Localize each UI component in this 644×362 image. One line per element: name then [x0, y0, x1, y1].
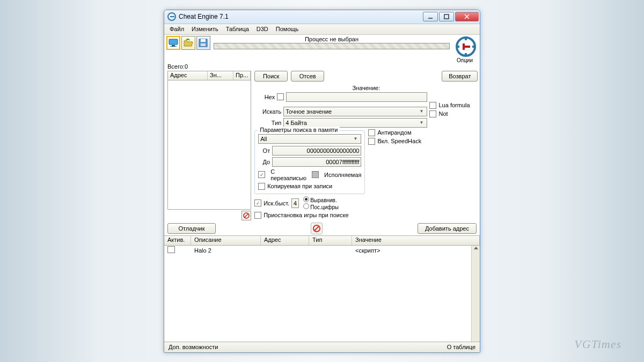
svg-rect-15	[456, 46, 459, 48]
col-addr[interactable]: Адрес	[261, 236, 309, 245]
statusbar: Доп. возможности О таблице	[164, 342, 480, 352]
svg-rect-1	[170, 16, 174, 17]
svg-rect-10	[201, 39, 206, 42]
process-label: Процесс не выбран	[305, 36, 358, 42]
results-panel: Адрес Зн... Пр...	[167, 71, 251, 220]
no-entry-icon	[312, 224, 321, 233]
close-button[interactable]	[455, 12, 479, 21]
row-description[interactable]: Halo 2	[191, 247, 261, 254]
executable-checkbox[interactable]	[312, 171, 319, 178]
chevron-down-icon: ▼	[418, 109, 425, 114]
results-header: Адрес Зн... Пр...	[167, 71, 251, 80]
fast-scan-checkbox[interactable]	[254, 200, 261, 206]
watermark: VGTimes	[574, 337, 621, 351]
pause-game-checkbox[interactable]	[254, 212, 261, 219]
toolbar: Процесс не выбран Опции	[164, 35, 480, 63]
col-previous[interactable]: Пр...	[233, 71, 251, 80]
antirandom-checkbox[interactable]	[368, 129, 375, 136]
hex-checkbox[interactable]	[277, 93, 284, 100]
results-list[interactable]	[167, 80, 251, 210]
col-value[interactable]: Значение	[352, 236, 480, 245]
col-description[interactable]: Описание	[191, 236, 261, 245]
open-process-button[interactable]	[166, 36, 180, 50]
svg-rect-6	[169, 39, 178, 45]
col-type[interactable]: Тип	[309, 236, 352, 245]
fast-scan-value-input[interactable]: 4	[291, 198, 299, 208]
svg-rect-16	[472, 46, 475, 48]
first-scan-button[interactable]: Поиск	[254, 71, 288, 82]
menu-table[interactable]: Таблица	[223, 25, 252, 33]
found-count: Всего:0	[164, 63, 480, 70]
progress-bar	[214, 43, 450, 49]
cheat-table: Актив. Описание Адрес Тип Значение Halo …	[164, 235, 480, 342]
menu-d3d[interactable]: D3D	[253, 25, 272, 33]
lua-formula-checkbox[interactable]	[429, 102, 436, 109]
col-value[interactable]: Зн...	[208, 71, 233, 80]
cheat-table-body[interactable]: Halo 2 <скрипт>	[164, 246, 480, 342]
svg-rect-18	[463, 43, 465, 50]
col-address[interactable]: Адрес	[168, 71, 208, 80]
svg-line-20	[244, 213, 248, 218]
range-from-input[interactable]: 0000000000000000	[272, 146, 361, 156]
status-left[interactable]: Доп. возможности	[169, 344, 218, 350]
slash-circle-icon	[243, 212, 250, 219]
side-options: Антирандом Вкл. SpeedHack	[368, 129, 427, 194]
scan-type-select[interactable]: Точное значение▼	[283, 107, 427, 116]
options-link[interactable]: Опции	[457, 57, 473, 63]
scrollbar-vertical[interactable]	[471, 246, 480, 342]
table-row[interactable]: Halo 2 <скрипт>	[164, 246, 480, 255]
open-file-button[interactable]	[181, 36, 195, 50]
col-active[interactable]: Актив.	[164, 236, 191, 245]
last-digits-radio[interactable]	[303, 203, 309, 209]
speedhack-checkbox[interactable]	[368, 138, 375, 145]
svg-rect-8	[170, 46, 177, 47]
hex-label: Hex	[254, 94, 275, 100]
progress-area: Процесс не выбран	[214, 36, 450, 49]
toolbar-buttons	[166, 36, 210, 50]
menu-help[interactable]: Помощь	[273, 25, 302, 33]
floppy-icon	[199, 39, 208, 47]
svg-rect-3	[444, 14, 449, 19]
svg-rect-13	[465, 37, 467, 40]
svg-line-22	[314, 226, 319, 231]
add-address-button[interactable]: Добавить адрес	[418, 223, 477, 234]
menu-file[interactable]: Файл	[166, 25, 187, 33]
range-to-input[interactable]: 00007fffffffffff	[272, 157, 361, 167]
undo-scan-button[interactable]: Возврат	[442, 71, 478, 82]
memory-view-button[interactable]: Отладчик	[167, 223, 216, 234]
status-right[interactable]: О таблице	[447, 344, 475, 350]
memory-options-group: Параметры поиска в памяти All▼ От 000000…	[254, 130, 365, 194]
minimize-button[interactable]	[423, 12, 438, 21]
writable-checkbox[interactable]	[258, 171, 265, 178]
svg-rect-11	[201, 43, 206, 46]
copy-on-write-checkbox[interactable]	[258, 183, 265, 190]
action-row: Отладчик Добавить адрес	[164, 221, 480, 235]
alignment-radio[interactable]	[303, 196, 309, 202]
scan-type-label: Искать	[254, 108, 281, 115]
clear-cheats-button[interactable]	[311, 223, 323, 234]
memory-region-select[interactable]: All▼	[258, 134, 361, 144]
svg-rect-7	[172, 45, 175, 46]
row-value[interactable]: <скрипт>	[352, 247, 480, 254]
row-active-checkbox[interactable]	[167, 246, 175, 253]
next-scan-button[interactable]: Отсев	[291, 71, 324, 82]
window-buttons	[423, 12, 479, 21]
cheat-table-header: Актив. Описание Адрес Тип Значение	[164, 236, 480, 246]
not-checkbox[interactable]	[429, 110, 436, 117]
window-title: Cheat Engine 7.1	[179, 13, 423, 20]
menu-edit[interactable]: Изменить	[188, 25, 222, 33]
scroll-up-icon	[474, 247, 478, 249]
scan-panel: Поиск Отсев Возврат Значение: Hex Искать	[254, 71, 478, 220]
folder-open-icon	[184, 39, 193, 47]
monitor-icon	[169, 39, 178, 47]
clear-list-button[interactable]	[241, 211, 251, 220]
main-area: Адрес Зн... Пр... Поиск Отсев Возврат Зн…	[164, 70, 480, 221]
maximize-button[interactable]	[439, 12, 454, 21]
value-input[interactable]	[286, 92, 427, 102]
cheat-engine-logo-icon[interactable]	[455, 36, 477, 57]
save-file-button[interactable]	[196, 36, 210, 50]
chevron-down-icon: ▼	[352, 136, 359, 141]
chevron-down-icon: ▼	[418, 120, 425, 125]
app-icon	[167, 12, 176, 21]
formula-options: Lua formula Not	[429, 102, 478, 119]
